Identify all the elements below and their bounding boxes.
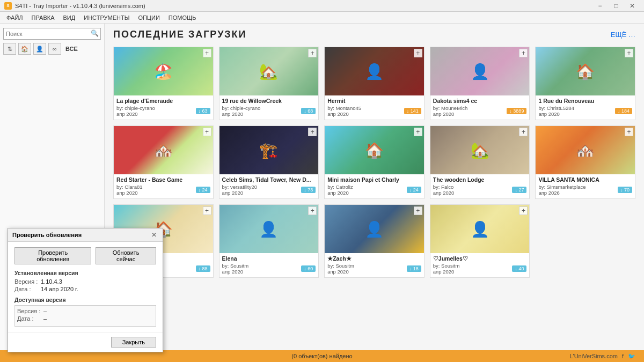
card-item[interactable]: 🏖️ + La plage d'Emeraude by: chipie-cyra… (113, 47, 214, 120)
card-item[interactable]: 👤 + Elena by: Sousitm апр 2020 ↓ 60 (219, 204, 319, 278)
card-meta: by: Falco апр 2020 ↓ 27 (433, 184, 527, 196)
available-date-label: Дата : (17, 315, 41, 322)
site-link[interactable]: L'UniVerSims.com (569, 353, 618, 359)
close-button[interactable]: ✕ (625, 1, 640, 11)
card-item[interactable]: 👤 + ♡Jumelles♡ by: Sousitm апр 2020 ↓ 40 (430, 204, 530, 278)
card-date: апр 2020 (222, 111, 261, 117)
menu-tools[interactable]: ИНСТРУМЕНТЫ (79, 12, 134, 23)
card-info: Red Starter - Base Game by: Clara81 апр … (114, 174, 213, 198)
card-name: 1 Rue du Renouveau (538, 98, 632, 104)
card-meta: by: Clara81 апр 2020 ↓ 24 (116, 184, 210, 196)
card-item[interactable]: 🏡 + The wooden Lodge by: Falco апр 2020 … (430, 125, 530, 199)
card-image: 👤 (325, 205, 424, 253)
card-downloads: ↓ 27 (512, 187, 526, 193)
infinity-button[interactable]: ∞ (48, 43, 61, 55)
card-add-button[interactable]: + (203, 206, 211, 215)
card-image: 🏡 (430, 126, 530, 174)
card-name: VILLA SANTA MONICA (538, 176, 632, 183)
menu-edit[interactable]: ПРАВКА (27, 12, 59, 23)
card-item[interactable]: 🏠 + Mini maison Papi et Charly by: Catro… (324, 125, 425, 199)
card-add-button[interactable]: + (519, 206, 528, 215)
menu-options[interactable]: ОПЦИИ (134, 12, 164, 23)
card-add-button[interactable]: + (414, 49, 422, 57)
card-add-button[interactable]: + (414, 128, 422, 136)
sort-button[interactable]: ⇅ (3, 43, 16, 55)
card-item[interactable]: 👤 + Dakota sims4 cc by: MouneMich апр 20… (430, 47, 530, 120)
more-link[interactable]: ЕЩЁ … (611, 31, 635, 39)
card-downloads: ↓ 68 (301, 108, 316, 114)
card-add-button[interactable]: + (625, 49, 633, 57)
installed-version-label: Версия : (14, 278, 39, 285)
card-add-button[interactable]: + (625, 128, 633, 136)
menubar: ФАЙЛ ПРАВКА ВИД ИНСТРУМЕНТЫ ОПЦИИ ПОМОЩЬ (0, 12, 644, 24)
card-item[interactable]: 👤 + Hermit by: Montano45 апр 2020 ↓ 141 (324, 47, 425, 120)
twitter-icon[interactable]: 🐦 (628, 353, 635, 360)
card-meta: by: versatility20 апр 2020 ↓ 73 (222, 184, 316, 196)
card-name: Elena (222, 255, 316, 262)
maximize-button[interactable]: □ (609, 1, 624, 11)
card-date: апр 2020 (433, 111, 467, 117)
card-meta: by: chipie-cyrano апр 2020 ↓ 68 (222, 105, 316, 117)
menu-view[interactable]: ВИД (59, 12, 80, 23)
card-item[interactable]: 🏡 + 19 rue de WillowCreek by: chipie-cyr… (219, 47, 319, 120)
card-item[interactable]: 🏘️ + VILLA SANTA MONICA by: Simsmarketpl… (535, 125, 635, 199)
card-item[interactable]: 🏠 + 1 Rue du Renouveau by: ChristL5284 а… (535, 47, 635, 120)
facebook-icon[interactable]: f (622, 353, 624, 359)
card-item[interactable]: 🏘️ + Red Starter - Base Game by: Clara81… (113, 125, 214, 199)
installed-version-value: 1.10.4.3 (41, 278, 62, 285)
search-input[interactable] (3, 28, 101, 40)
card-add-button[interactable]: + (203, 128, 211, 136)
modal-close-x-button[interactable]: ✕ (150, 231, 158, 239)
check-updates-button[interactable]: Проверить обновления (14, 247, 91, 264)
card-meta: by: MouneMich апр 2020 ↓ 3889 (433, 105, 527, 117)
card-date: апр 2020 (327, 111, 361, 117)
update-now-button[interactable]: Обновить сейчас (96, 247, 156, 264)
card-add-button[interactable]: + (203, 49, 211, 57)
card-author: by: Sousitm (222, 263, 249, 269)
app-icon: S (4, 2, 12, 10)
card-info: Hermit by: Montano45 апр 2020 ↓ 141 (325, 95, 424, 120)
card-author: by: Sousitm (327, 263, 354, 269)
card-name: Mini maison Papi et Charly (327, 176, 421, 183)
menu-help[interactable]: ПОМОЩЬ (164, 12, 201, 23)
card-date: апр 2020 (433, 269, 460, 275)
card-image: 👤 (325, 47, 424, 95)
card-name: La plage d'Emeraude (116, 98, 210, 104)
card-add-button[interactable]: + (308, 206, 317, 215)
card-add-button[interactable]: + (308, 128, 317, 136)
card-add-button[interactable]: + (519, 49, 528, 57)
card-author: by: Simsmarketplace (538, 184, 586, 190)
installed-date-value: 14 апр 2020 г. (41, 286, 78, 292)
card-item[interactable]: 🏗️ + Celeb Sims, Tidal Tower, New D... b… (219, 125, 319, 199)
card-name: The wooden Lodge (433, 176, 527, 183)
card-add-button[interactable]: + (414, 206, 422, 215)
minimize-button[interactable]: − (592, 1, 608, 11)
cards-grid: 🏖️ + La plage d'Emeraude by: chipie-cyra… (113, 47, 635, 278)
card-item[interactable]: 👤 + ★Zach★ by: Sousitm апр 2020 ↓ 18 (324, 204, 425, 278)
card-meta: by: Sousitm апр 2020 ↓ 18 (327, 263, 421, 275)
card-image: 👤 (430, 47, 530, 95)
card-date: апр 2020 (116, 111, 155, 117)
modal-footer: Закрыть (8, 332, 163, 352)
update-modal: Проверить обновления ✕ Проверить обновле… (8, 228, 163, 352)
card-author: by: ChristL5284 (538, 105, 574, 111)
card-info: Elena by: Sousitm апр 2020 ↓ 60 (219, 253, 319, 277)
card-name: ★Zach★ (327, 255, 421, 262)
card-image: 🏗️ (219, 126, 319, 174)
card-date: апр 2020 (116, 190, 143, 196)
status-text: (0 объект(ов) найдено (291, 353, 352, 359)
home-button[interactable]: 🏠 (18, 43, 31, 55)
card-info: La plage d'Emeraude by: chipie-cyrano ап… (114, 95, 213, 120)
card-image: 🏠 (325, 126, 424, 174)
modal-buttons: Проверить обновления Обновить сейчас (14, 247, 156, 264)
card-author: by: versatility20 (222, 184, 257, 190)
person-button[interactable]: 👤 (33, 43, 46, 55)
available-date-row: Дата : – (17, 315, 153, 322)
card-meta: by: chipie-cyrano апр 2020 ↓ 63 (116, 105, 210, 117)
card-add-button[interactable]: + (519, 128, 528, 136)
card-date: апр 2020 (222, 269, 249, 275)
menu-file[interactable]: ФАЙЛ (2, 12, 27, 23)
modal-close-button[interactable]: Закрыть (111, 337, 156, 348)
card-add-button[interactable]: + (308, 49, 317, 57)
card-meta: by: Catroliz апр 2020 ↓ 24 (327, 184, 421, 196)
